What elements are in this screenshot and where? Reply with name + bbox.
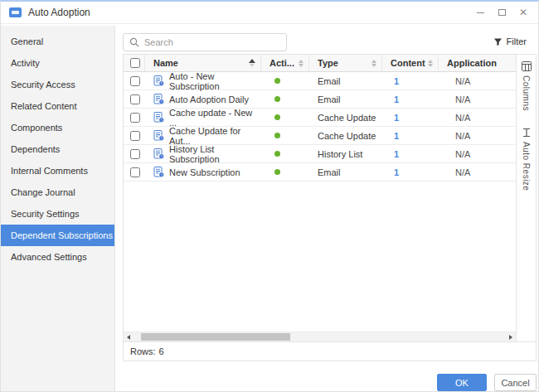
row-content-link[interactable]: 1 <box>394 113 399 123</box>
dialog-window: Auto Adoption ✕ GeneralActivitySecurity … <box>0 0 539 392</box>
column-label: Name <box>153 58 178 68</box>
table-row[interactable]: Auto Adoption Daily Email 1 N/A <box>124 90 516 109</box>
row-name: Cache Update for Aut... <box>169 126 261 146</box>
sidebar-item-security-settings[interactable]: Security Settings <box>1 203 114 225</box>
column-label: Acti... <box>270 58 294 68</box>
sidebar-item-general[interactable]: General <box>1 31 114 52</box>
auto-resize-tool[interactable]: Auto Resize <box>522 128 532 191</box>
sort-icon[interactable] <box>371 60 376 67</box>
filter-icon <box>493 37 503 46</box>
table-body: Auto - New Subscription Email 1 N/A Auto… <box>124 72 516 181</box>
sidebar-item-label: General <box>11 36 43 46</box>
row-type: History List <box>318 149 362 159</box>
row-application: N/A <box>439 167 470 177</box>
search-icon <box>129 37 139 47</box>
columns-tool[interactable]: Columns <box>522 61 532 111</box>
row-checkbox[interactable] <box>130 167 140 177</box>
sidebar-item-related-content[interactable]: Related Content <box>1 95 114 117</box>
sidebar-item-label: Advanced Settings <box>11 252 87 262</box>
app-icon <box>9 7 22 17</box>
column-header-application[interactable]: Application <box>439 55 516 71</box>
table-header: Name Acti... Type <box>124 55 516 72</box>
select-all-checkbox[interactable] <box>130 58 140 68</box>
table-empty-area <box>124 181 516 332</box>
row-content-link[interactable]: 1 <box>394 94 399 104</box>
table-row[interactable]: Auto - New Subscription Email 1 N/A <box>124 72 516 90</box>
subscription-icon <box>153 94 164 104</box>
row-type: Email <box>318 167 341 177</box>
active-status-dot <box>274 78 280 84</box>
column-label: Application <box>447 58 497 68</box>
row-content-link[interactable]: 1 <box>394 149 399 159</box>
row-content-link[interactable]: 1 <box>394 76 399 86</box>
select-all-cell <box>124 55 145 71</box>
main-panel: Filter Name <box>116 26 538 391</box>
column-header-type[interactable]: Type <box>309 55 382 71</box>
scrollbar-track[interactable] <box>134 332 506 341</box>
window-controls: ✕ <box>472 5 532 20</box>
sidebar-item-advanced-settings[interactable]: Advanced Settings <box>1 246 114 268</box>
row-checkbox[interactable] <box>130 131 140 141</box>
table-row[interactable]: New Subscription Email 1 N/A <box>124 163 516 181</box>
sort-ascending-icon[interactable] <box>249 59 255 67</box>
column-header-content[interactable]: Content <box>382 55 439 71</box>
row-checkbox[interactable] <box>130 94 140 104</box>
maximize-icon <box>498 9 506 16</box>
sidebar-item-dependents[interactable]: Dependents <box>1 138 114 160</box>
search-box <box>123 33 287 51</box>
row-name: Auto - New Subscription <box>169 71 261 91</box>
column-header-name[interactable]: Name <box>145 55 261 71</box>
minimize-button[interactable] <box>472 5 488 20</box>
row-content-link[interactable]: 1 <box>394 131 399 141</box>
sidebar-item-security-access[interactable]: Security Access <box>1 74 114 95</box>
sidebar-item-components[interactable]: Components <box>1 117 114 138</box>
sidebar-item-label: Activity <box>11 58 40 68</box>
sidebar-item-change-journal[interactable]: Change Journal <box>1 181 114 203</box>
sidebar-item-internal-comments[interactable]: Internal Comments <box>1 160 114 181</box>
horizontal-scrollbar[interactable] <box>124 332 516 341</box>
title-bar: Auto Adoption ✕ <box>1 2 538 24</box>
column-header-active[interactable]: Acti... <box>261 55 309 71</box>
table: Name Acti... Type <box>124 55 516 341</box>
table-panel: Name Acti... Type <box>123 54 537 361</box>
row-checkbox[interactable] <box>130 76 140 86</box>
search-input[interactable] <box>144 37 280 47</box>
sidebar-item-activity[interactable]: Activity <box>1 52 114 74</box>
auto-resize-label: Auto Resize <box>522 142 531 191</box>
cancel-button[interactable]: Cancel <box>494 374 537 391</box>
sort-icon[interactable] <box>299 60 303 67</box>
row-checkbox[interactable] <box>130 113 140 123</box>
table-row[interactable]: Cache update - New ... Cache Update 1 N/… <box>124 109 516 127</box>
scrollbar-thumb[interactable] <box>141 333 290 341</box>
row-application: N/A <box>439 94 470 104</box>
minimize-icon <box>477 12 484 13</box>
sidebar-item-label: Change Journal <box>11 187 75 197</box>
row-application: N/A <box>439 113 470 123</box>
sidebar-item-label: Related Content <box>11 101 77 111</box>
sort-icon[interactable] <box>428 60 433 67</box>
row-name: Cache update - New ... <box>169 108 261 128</box>
row-checkbox[interactable] <box>130 149 140 159</box>
ok-button[interactable]: OK <box>437 374 487 391</box>
row-content-link[interactable]: 1 <box>394 167 399 177</box>
auto-resize-icon <box>522 128 532 138</box>
active-status-dot <box>274 114 280 120</box>
row-name: New Subscription <box>169 167 240 177</box>
sidebar-item-dependent-subscriptions[interactable]: Dependent Subscriptions <box>1 225 114 246</box>
subscription-icon <box>153 148 164 159</box>
row-type: Email <box>318 94 341 104</box>
table-row[interactable]: History List Subscription History List 1… <box>124 145 516 163</box>
dialog-content: GeneralActivitySecurity AccessRelated Co… <box>1 26 538 391</box>
active-status-dot <box>274 96 280 102</box>
table-row[interactable]: Cache Update for Aut... Cache Update 1 N… <box>124 127 516 145</box>
filter-button[interactable]: Filter <box>493 36 527 46</box>
columns-icon <box>522 61 532 71</box>
row-application: N/A <box>439 131 470 141</box>
subscription-icon <box>153 130 164 141</box>
maximize-button[interactable] <box>493 5 510 20</box>
window-title: Auto Adoption <box>28 7 90 18</box>
rows-count: 6 <box>159 346 164 356</box>
scroll-right-button[interactable] <box>506 332 516 341</box>
scroll-left-button[interactable] <box>124 332 134 341</box>
close-button[interactable]: ✕ <box>515 5 532 20</box>
